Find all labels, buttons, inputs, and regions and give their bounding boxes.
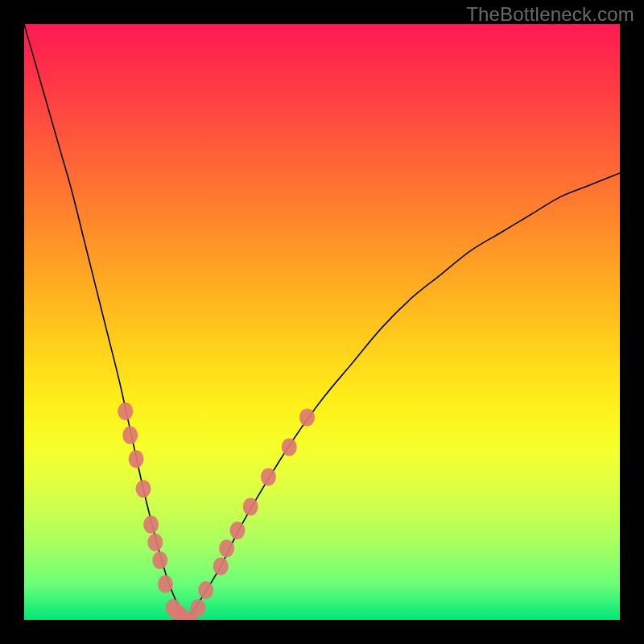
data-marker — [136, 480, 151, 497]
data-marker — [118, 402, 133, 420]
data-marker — [158, 576, 173, 593]
data-marker — [219, 539, 234, 557]
data-marker — [261, 468, 276, 485]
data-markers — [118, 402, 315, 620]
data-marker — [243, 497, 258, 515]
data-marker — [122, 427, 138, 444]
plot-area — [24, 24, 620, 620]
data-marker — [143, 516, 159, 534]
outer-frame: TheBottleneck.com — [0, 0, 644, 644]
data-marker — [229, 522, 245, 539]
chart-svg — [24, 24, 620, 620]
bottleneck-curve — [24, 24, 620, 620]
data-marker — [191, 599, 206, 617]
data-marker — [152, 551, 167, 569]
data-marker — [147, 534, 163, 551]
watermark-text: TheBottleneck.com — [466, 3, 634, 26]
data-marker — [213, 557, 229, 575]
data-marker — [299, 408, 315, 426]
data-marker — [198, 581, 213, 599]
data-marker — [129, 450, 144, 468]
data-marker — [282, 438, 297, 456]
